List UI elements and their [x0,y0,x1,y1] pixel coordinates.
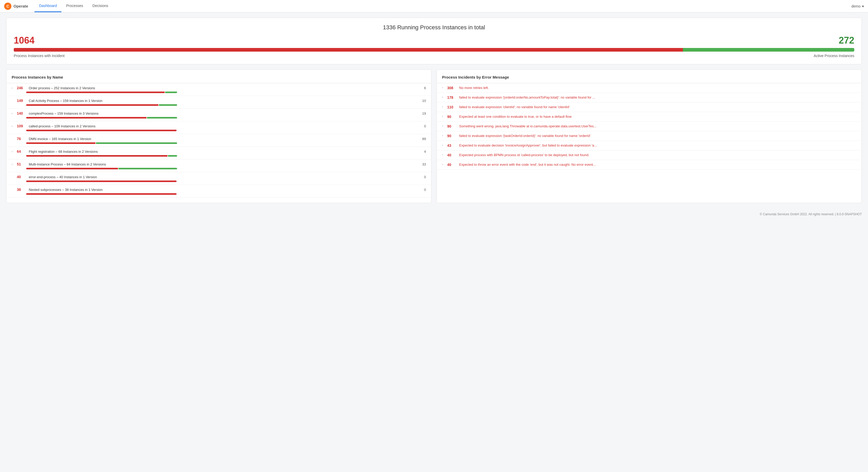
bar-active [119,168,177,169]
chevron-icon: › [442,86,445,89]
item-bar [12,117,426,119]
process-list-item[interactable]: 149Call Activity Process – 159 Instances… [6,96,431,109]
bar-incident [26,155,167,157]
bar-active [96,142,177,144]
bar-incident [26,180,177,182]
item-process-name: error-end-process – 40 Instances in 1 Ve… [29,175,415,179]
incident-count: 90 [447,115,457,119]
item-incident-count: 149 [17,98,26,103]
item-bar [12,193,426,195]
nav-processes[interactable]: Processes [61,0,88,12]
item-incident-count: 38 [17,187,26,191]
chevron-icon: › [12,150,14,153]
item-process-name: Flight registration – 68 Instances in 2 … [29,150,415,153]
chevron-icon: › [12,112,14,115]
nav-decisions[interactable]: Decisions [88,0,113,12]
chevron-icon: › [442,143,445,147]
chevron-icon: › [12,163,14,166]
item-process-name: Multi-Instance Process – 84 Instances in… [29,163,415,166]
incident-list-item[interactable]: ›90Expected at least one condition to ev… [437,112,862,122]
incident-list-item[interactable]: ›40Expected to throw an error event with… [437,160,862,170]
processes-list: ›246Order process – 252 Instances in 2 V… [6,83,431,198]
item-active-count: 0 [418,188,426,191]
bar-active [165,92,177,93]
item-process-name: Call Activity Process – 159 Instances in… [29,99,415,103]
chevron-icon: › [442,105,445,108]
incident-list-item[interactable]: ›40Expected process with BPMN process id… [437,150,862,160]
incident-message: Expected to evaluate decision 'invoiceAs… [459,143,856,147]
incident-message: Expected process with BPMN process id 'c… [459,153,856,157]
process-list-item[interactable]: 38Nested subprocesses – 38 Instances in … [6,185,431,198]
item-bar [12,92,426,93]
process-list-item[interactable]: 40error-end-process – 40 Instances in 1 … [6,172,431,185]
process-list-item[interactable]: ›109called-process – 109 Instances in 2 … [6,121,431,134]
item-process-name: Order process – 252 Instances in 2 Versi… [29,86,415,90]
process-list-item[interactable]: 76DMN invoice – 165 Instances in 1 Versi… [6,134,431,147]
username: demo [851,4,861,8]
incident-list-item[interactable]: ›110failed to evaluate expression 'clien… [437,102,862,112]
incident-list-item[interactable]: ›90failed to evaluate expression '{taskO… [437,131,862,141]
incident-list-item[interactable]: ›178failed to evaluate expression '{orde… [437,93,862,102]
nav-links: Dashboard Processes Decisions [34,0,113,12]
incident-list-item[interactable]: ›43Expected to evaluate decision 'invoic… [437,141,862,150]
incident-count: 308 [447,86,457,90]
item-active-count: 6 [418,86,426,90]
incident-message: failed to evaluate expression '{orderld:… [459,95,856,99]
incident-count: 110 [447,105,457,109]
navbar: C Operate Dashboard Processes Decisions … [0,0,868,12]
item-active-count: 89 [418,137,426,141]
item-active-count: 10 [418,99,426,103]
item-bar [12,142,426,144]
chevron-icon: › [442,115,445,118]
bar-incident [26,92,165,93]
panels: Process Instances by Name ›246Order proc… [6,69,862,203]
item-incident-count: 140 [17,111,26,115]
chevron-icon: › [442,124,445,127]
incident-count[interactable]: 1064 [14,35,34,46]
incident-message: Something went wrong. java.lang.Throwabl… [459,124,856,128]
active-count[interactable]: 272 [839,35,854,46]
item-bar [12,104,426,106]
incident-message: Expected at least one condition to evalu… [459,115,856,119]
bar-incident [26,130,177,131]
item-incident-count: 40 [17,175,26,179]
item-active-count: 19 [418,112,426,115]
chevron-icon: › [442,153,445,156]
item-bar [12,180,426,182]
chevron-icon: › [442,163,445,166]
incident-message: failed to evaluate expression 'clientId'… [459,105,856,109]
item-bar [12,130,426,131]
item-incident-count: 64 [17,149,26,153]
bar-incident [26,142,95,144]
incident-label: Process Instances with Incident [14,54,65,58]
process-list-item[interactable]: ›64Flight registration – 68 Instances in… [6,147,431,159]
progress-incident-bar [14,48,683,52]
process-list-item[interactable]: ›246Order process – 252 Instances in 2 V… [6,83,431,96]
incidents-panel: Process Incidents by Error Message ›308N… [437,69,862,203]
incident-message: Expected to throw an error event with th… [459,163,856,167]
bar-active [168,155,177,157]
main-content: 1336 Running Process Instances in total … [0,12,868,208]
chevron-icon: › [442,134,445,137]
incident-message: No more retries left. [459,86,856,90]
item-incident-count: 76 [17,137,26,141]
incident-list-item[interactable]: ›308No more retries left. [437,83,862,93]
nav-dashboard[interactable]: Dashboard [34,0,62,12]
progress-bar [14,48,854,52]
item-incident-count: 109 [17,124,26,128]
item-bar [12,155,426,157]
brand-icon: C [4,3,11,10]
user-menu[interactable]: demo ▾ [851,4,864,8]
summary-labels: Process Instances with Incident Active P… [14,54,854,58]
incident-list-item[interactable]: ›90Something went wrong. java.lang.Throw… [437,122,862,131]
item-active-count: 4 [418,150,426,153]
bar-active [147,117,177,119]
incident-count: 178 [447,95,457,99]
item-process-name: complexProcess – 159 Instances in 3 Vers… [29,112,415,115]
process-list-item[interactable]: ›51Multi-Instance Process – 84 Instances… [6,159,431,172]
processes-panel: Process Instances by Name ›246Order proc… [6,69,431,203]
bar-incident [26,168,118,169]
item-process-name: called-process – 109 Instances in 2 Vers… [29,124,415,128]
process-list-item[interactable]: ›140complexProcess – 159 Instances in 3 … [6,109,431,121]
incident-count: 40 [447,153,457,157]
